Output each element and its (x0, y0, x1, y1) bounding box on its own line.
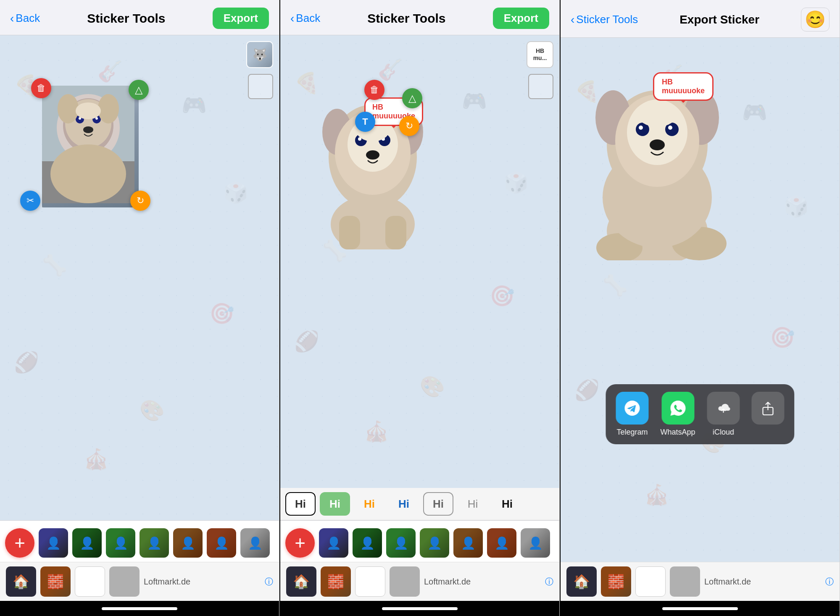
scissors-icon: ✂ (26, 195, 34, 206)
sticker-item-1[interactable]: 👤 (39, 528, 68, 558)
panel1-header: ‹ Back Sticker Tools Export (0, 0, 279, 35)
thumb-inner: 🐺 (247, 42, 272, 67)
panel3-header: ‹ Sticker Tools Export Sticker 😊 (561, 0, 840, 38)
sticker-item-4[interactable]: 👤 (140, 528, 169, 558)
rotate-handle[interactable]: ↻ (130, 191, 150, 211)
panel2-ad-thumb-3: 🖼 (355, 566, 385, 597)
panel2-sticker-item-1[interactable]: 👤 (319, 528, 348, 558)
flip-handle[interactable]: △ (129, 80, 149, 100)
panel2-back-label: Back (296, 12, 320, 25)
telegram-icon (616, 392, 648, 425)
svg-point-10 (98, 94, 119, 123)
svg-point-47 (637, 100, 677, 127)
svg-point-17 (50, 144, 126, 203)
label-style-5[interactable]: Hi (423, 492, 453, 516)
label-style-4[interactable]: Hi (389, 492, 419, 516)
label-style-2[interactable]: Hi (320, 492, 350, 516)
icloud-export-option[interactable]: iCloud (707, 392, 740, 437)
panel3-emoji: 😊 (801, 8, 829, 31)
share-export-option[interactable] (752, 392, 785, 437)
panel3-ad-thumb-4 (670, 566, 700, 597)
panel2-sticker-item-4[interactable]: 👤 (420, 528, 449, 558)
panel3-ad-info-button[interactable]: ⓘ (825, 576, 834, 587)
panel3-speech-line1: HB (662, 78, 705, 87)
telegram-export-option[interactable]: Telegram (616, 392, 648, 437)
panel2-home-bar (382, 607, 458, 610)
panel2-title: Sticker Tools (320, 11, 493, 26)
ad-thumb-1: 🏠 (6, 566, 36, 597)
delete-icon: 🗑 (37, 83, 46, 94)
sticker-item-3[interactable]: 👤 (106, 528, 135, 558)
sticker-item-5[interactable]: 👤 (173, 528, 203, 558)
panel3-home-indicator (561, 601, 840, 616)
back-button[interactable]: ‹ Back (10, 12, 40, 25)
sticker-item-6[interactable]: 👤 (207, 528, 236, 558)
panel3-back-button[interactable]: ‹ Sticker Tools (571, 13, 638, 26)
sticker-item-2[interactable]: 👤 (72, 528, 102, 558)
whatsapp-logo-svg (669, 399, 687, 417)
panel3-chevron-icon: ‹ (571, 13, 574, 26)
label-style-3-text: Hi (364, 498, 375, 511)
panel2-ad-info-button[interactable]: ⓘ (545, 576, 553, 587)
share-logo-svg (759, 399, 777, 417)
scissors-handle[interactable]: ✂ (20, 191, 40, 211)
panel2-back-button[interactable]: ‹ Back (290, 12, 320, 25)
panel2-sticker-item-7[interactable]: 👤 (521, 528, 550, 558)
panel2-sticker-item-2[interactable]: 👤 (353, 528, 382, 558)
panel2-add-sticker-button[interactable]: + (285, 528, 315, 558)
rotate-icon: ↻ (137, 195, 144, 206)
label-style-6[interactable]: Hi (458, 492, 488, 516)
label-style-1-text: Hi (295, 498, 306, 511)
export-menu: Telegram WhatsApp iCloud (606, 384, 794, 444)
panel2-delete-icon: 🗑 (370, 84, 379, 95)
label-style-6-text: Hi (468, 498, 478, 511)
corner-square (248, 74, 273, 99)
label-style-7[interactable]: Hi (492, 492, 522, 516)
whatsapp-export-option[interactable]: WhatsApp (660, 392, 695, 437)
panel-1: ‹ Back Sticker Tools Export 🍕 🎸 🎮 🎲 🎯 🏈 … (0, 0, 279, 616)
icloud-label: iCloud (713, 428, 734, 437)
panel3-ad-thumb-2: 🧱 (601, 566, 631, 597)
label-style-3[interactable]: Hi (354, 492, 384, 516)
plus-icon: + (14, 532, 25, 553)
sticker-item-7[interactable]: 👤 (240, 528, 270, 558)
panel3-speech-bubble: HB muuuuuoke (653, 72, 714, 101)
svg-rect-20 (339, 216, 360, 249)
flip-icon: △ (135, 84, 142, 96)
panel2-sticker-item-3[interactable]: 👤 (386, 528, 416, 558)
panel3-canvas: 🍕 🎸 🎮 🎲 🎯 🏈 🎨 🦴 🎪 (561, 38, 840, 562)
panel2-ad-thumb-1: 🏠 (286, 566, 316, 597)
panel2-sticker-bar: + 👤 👤 👤 👤 👤 👤 👤 (280, 520, 559, 562)
panel2-text-handle[interactable]: T (355, 112, 375, 132)
label-style-1[interactable]: Hi (285, 492, 316, 516)
back-label: Back (16, 12, 40, 25)
add-sticker-button[interactable]: + (5, 528, 34, 558)
panel2-rotate-handle[interactable]: ↻ (399, 116, 419, 136)
svg-point-31 (366, 150, 379, 160)
panel-2: ‹ Back Sticker Tools Export 🍕 🎸 🎮 🎲 🎯 🏈 … (280, 0, 560, 616)
panel2-canvas: 🍕 🎸 🎮 🎲 🎯 🏈 🎨 🦴 🎪 HBmu... (280, 35, 559, 488)
ad-info-button[interactable]: ⓘ (265, 576, 273, 587)
panel2-ad-label: Loftmarkt.de (424, 577, 471, 587)
panel1-canvas: 🍕 🎸 🎮 🎲 🎯 🏈 🎨 🦴 🎪 🐺 (0, 35, 279, 520)
panel2-sticker-item-6[interactable]: 👤 (487, 528, 516, 558)
panel2-sticker-item-5[interactable]: 👤 (453, 528, 483, 558)
svg-point-11 (76, 102, 101, 119)
panel2-export-button[interactable]: Export (493, 8, 549, 29)
export-button[interactable]: Export (213, 8, 269, 29)
delete-handle[interactable]: 🗑 (31, 78, 51, 98)
panel2-flip-handle[interactable]: △ (402, 88, 422, 108)
label-style-5-text: Hi (433, 498, 444, 511)
panel3-ad-thumb-3: 🖼 (635, 566, 666, 597)
panel3-ad-bar: 🏠 🧱 🖼 Loftmarkt.de ⓘ (561, 562, 840, 601)
panel2-ad-bar: 🏠 🧱 🖼 Loftmarkt.de ⓘ (280, 562, 559, 601)
home-indicator (0, 601, 279, 616)
panel1-title: Sticker Tools (40, 11, 213, 26)
panel2-delete-handle[interactable]: 🗑 (364, 80, 384, 100)
panel3-title: Export Sticker (679, 13, 759, 26)
panel3-speech-line2: muuuuuoke (662, 87, 705, 95)
telegram-logo-svg (623, 399, 641, 417)
panel3-ad-thumb-1: 🏠 (566, 566, 597, 597)
panel2-corner-square (528, 74, 553, 99)
icloud-logo-svg (714, 399, 733, 417)
